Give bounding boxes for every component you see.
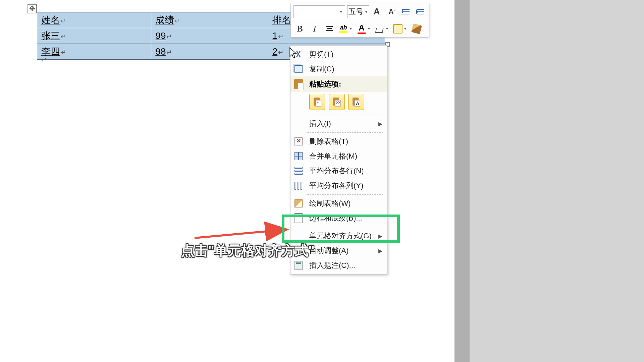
svg-text:A: A bbox=[356, 101, 359, 106]
chevron-down-icon[interactable]: ▼ bbox=[349, 27, 354, 31]
paste-merge-button[interactable] bbox=[329, 94, 345, 110]
header-score[interactable]: 成绩 bbox=[155, 15, 174, 25]
cell[interactable]: 98 bbox=[155, 46, 166, 57]
borders-button[interactable]: ▼ bbox=[392, 22, 408, 35]
format-painter-icon bbox=[411, 23, 422, 34]
paste-text-only-button[interactable]: A bbox=[348, 94, 364, 110]
chevron-down-icon: ▼ bbox=[365, 10, 368, 14]
menu-copy[interactable]: 复制(C) bbox=[290, 62, 387, 76]
menu-delete-table[interactable]: 删除表格(T) bbox=[290, 134, 387, 149]
menu-borders-shading[interactable]: 边框和底纹(B)... bbox=[290, 211, 387, 226]
menu-separator bbox=[307, 194, 383, 195]
align-center-button[interactable] bbox=[323, 22, 336, 35]
chevron-right-icon: ▶ bbox=[378, 121, 382, 127]
shrink-font-button[interactable]: Aˇ bbox=[385, 5, 398, 18]
highlight-icon: ab bbox=[340, 24, 347, 31]
shading-button[interactable]: ▼ bbox=[374, 22, 390, 35]
bold-button[interactable]: B bbox=[293, 22, 306, 35]
borders-icon bbox=[393, 24, 402, 34]
svg-rect-1 bbox=[316, 100, 321, 106]
menu-separator bbox=[307, 132, 383, 133]
scrollbar-region[interactable] bbox=[454, 0, 470, 362]
paste-options-row: A bbox=[290, 92, 387, 113]
decrease-indent-button[interactable] bbox=[400, 5, 412, 18]
chevron-down-icon[interactable]: ▼ bbox=[367, 27, 372, 31]
chevron-down-icon[interactable]: ▼ bbox=[385, 27, 390, 31]
font-color-button[interactable]: A ▼ bbox=[356, 22, 372, 35]
draw-table-icon bbox=[293, 198, 304, 209]
menu-distribute-cols[interactable]: 平均分布各列(Y) bbox=[290, 178, 387, 193]
paste-keep-source-icon bbox=[312, 97, 322, 107]
font-color-icon: A bbox=[359, 23, 364, 33]
paste-text-only-icon: A bbox=[351, 97, 361, 107]
format-painter-button[interactable] bbox=[410, 22, 423, 35]
cell[interactable]: 张三 bbox=[41, 31, 60, 41]
menu-distribute-rows[interactable]: 平均分布各行(N) bbox=[290, 164, 387, 178]
chevron-down-icon: ▼ bbox=[339, 10, 343, 14]
distribute-cols-icon bbox=[293, 180, 304, 191]
borders-shading-icon bbox=[293, 213, 304, 224]
cell[interactable]: 99 bbox=[155, 31, 166, 41]
font-size-value: 五号 bbox=[348, 7, 363, 17]
distribute-rows-icon bbox=[293, 166, 304, 176]
decrease-indent-icon bbox=[401, 8, 410, 15]
font-name-combo[interactable]: ▼ bbox=[293, 5, 345, 18]
menu-insert-caption[interactable]: 插入题注(C)... bbox=[290, 258, 387, 273]
menu-cell-alignment[interactable]: 单元格对齐方式(G) ▶ bbox=[290, 229, 387, 243]
italic-button[interactable]: I bbox=[308, 22, 321, 35]
paste-merge-icon bbox=[332, 97, 342, 107]
cell[interactable]: 2 bbox=[272, 46, 278, 57]
cell[interactable]: 李四 bbox=[41, 46, 60, 57]
menu-merge-cells[interactable]: 合并单元格(M) bbox=[290, 149, 387, 164]
cut-icon bbox=[293, 49, 304, 60]
copy-icon bbox=[293, 64, 304, 74]
header-rank[interactable]: 排名 bbox=[272, 15, 291, 25]
menu-paste-options-header: 粘贴选项: bbox=[290, 76, 387, 92]
menu-cut[interactable]: 剪切(T) bbox=[290, 47, 387, 62]
table-move-handle[interactable]: ✥ bbox=[28, 4, 37, 13]
delete-table-icon bbox=[293, 136, 304, 147]
menu-draw-table[interactable]: 绘制表格(W) bbox=[290, 196, 387, 211]
chevron-down-icon[interactable]: ▼ bbox=[404, 27, 408, 31]
paint-bucket-icon bbox=[375, 24, 384, 34]
chevron-right-icon: ▶ bbox=[378, 233, 382, 239]
menu-separator bbox=[307, 115, 383, 115]
mini-toolbar: ▼ 五号 ▼ Aˆ Aˇ B I ab bbox=[290, 3, 429, 38]
menu-separator bbox=[307, 227, 383, 227]
chevron-right-icon: ▶ bbox=[378, 248, 382, 254]
window-outer-gray bbox=[454, 0, 644, 362]
paste-keep-source-button[interactable] bbox=[309, 94, 325, 110]
increase-indent-button[interactable] bbox=[414, 5, 426, 18]
increase-indent-icon bbox=[416, 8, 425, 15]
menu-insert[interactable]: 插入(I) ▶ bbox=[290, 116, 387, 131]
insert-caption-icon bbox=[293, 260, 304, 271]
menu-autofit[interactable]: 自动调整(A) ▶ bbox=[290, 243, 387, 258]
cell[interactable]: 1 bbox=[272, 31, 278, 41]
context-menu: 剪切(T) 复制(C) 粘贴选项: A 插入(I) ▶ 删除表格(T) 合并单元… bbox=[290, 45, 387, 275]
highlight-button[interactable]: ab ▼ bbox=[338, 22, 354, 35]
grow-font-button[interactable]: Aˆ bbox=[371, 5, 384, 18]
font-size-combo[interactable]: 五号 ▼ bbox=[347, 5, 369, 18]
merge-cells-icon bbox=[293, 151, 304, 162]
paragraph-mark: ↵ bbox=[41, 56, 47, 64]
paste-icon bbox=[293, 79, 304, 89]
align-center-icon bbox=[325, 25, 333, 32]
header-name[interactable]: 姓名 bbox=[41, 15, 60, 25]
